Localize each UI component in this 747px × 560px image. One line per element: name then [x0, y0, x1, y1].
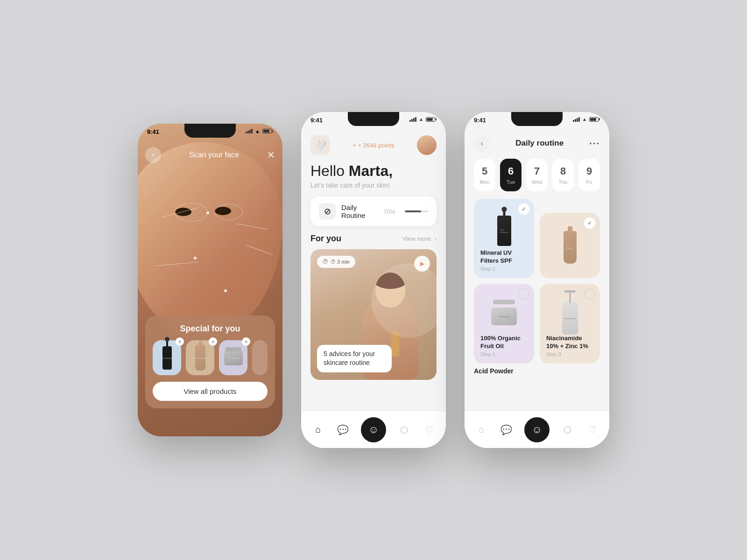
- hello-text: Hello Marta,: [310, 162, 437, 180]
- view-more-link[interactable]: View more ›: [401, 235, 437, 242]
- battery-icon: [262, 129, 273, 133]
- ph3-nav-camera[interactable]: ⬡: [561, 423, 574, 436]
- phone1-status-icons: ▲: [246, 128, 273, 134]
- signal-icon-3: [573, 117, 580, 122]
- cal-day-fri[interactable]: 9 Fri: [578, 159, 600, 191]
- clock-icon: ⏱: [323, 259, 328, 265]
- back-button[interactable]: ‹: [145, 147, 161, 163]
- for-you-header: For you View more ›: [301, 234, 446, 244]
- routine-icon: ⊘: [319, 203, 336, 220]
- unchecked-badge-3: [518, 288, 529, 300]
- product-img-1: The Ordinary: [162, 346, 172, 370]
- scan-dot-3: [224, 289, 227, 292]
- signal-icon: [246, 129, 253, 133]
- view-all-button[interactable]: View all products: [153, 382, 268, 401]
- phone1-content: Restoring... ‹ Scan your face ✕ Special …: [138, 124, 282, 436]
- cal-day-wed[interactable]: 7 Wed: [526, 159, 548, 191]
- prod-name-4: Niacinamide 10% + Zinc 1%: [546, 335, 593, 350]
- add-badge-1[interactable]: +: [176, 337, 184, 346]
- phone3-bottom-navigation: ⌂ 💬 ☺ ⬡ ♡: [465, 411, 609, 448]
- video-caption: 5 advices for your skincare routine: [317, 345, 392, 372]
- phones-container: 9:41 ▲: [138, 112, 609, 448]
- product-card-4[interactable]: The Ordinary Niacinamide 10% + Zinc 1% S…: [540, 284, 600, 364]
- special-for-you-card: Special for you The Ordinary +: [145, 315, 275, 408]
- add-badge-3[interactable]: +: [242, 337, 250, 346]
- scan-line-4: [246, 245, 273, 255]
- phone1-time: 9:41: [147, 128, 159, 135]
- product-card-1[interactable]: ✓ TheOrdinary Mineral UV Filters SPF Ste…: [474, 199, 534, 278]
- progress-fill: [405, 210, 421, 212]
- add-badge-2[interactable]: +: [209, 337, 217, 346]
- acid-powder-label: Acid Powder: [465, 364, 609, 378]
- products-grid: ✓ TheOrdinary Mineral UV Filters SPF Ste…: [465, 199, 609, 364]
- prod-step-3: Step 1: [480, 351, 528, 357]
- product-img-2: The Ordinary: [195, 345, 205, 371]
- prod-name-1: Mineral UV Filters SPF: [480, 249, 528, 265]
- scan-dot-1: [206, 211, 209, 214]
- phone1-status-bar: 9:41 ▲: [138, 124, 282, 144]
- phone3-time: 9:41: [474, 117, 486, 124]
- scan-title: Scan your face: [189, 151, 239, 159]
- scan-dot-2: [194, 257, 197, 259]
- product-card-3[interactable]: The Ordinary 100% Organic Fruit Oil Step…: [474, 284, 534, 364]
- phone2-status-icons: ▲: [409, 117, 437, 122]
- for-you-title: For you: [310, 234, 341, 244]
- battery-icon-2: [426, 117, 437, 122]
- cal-day-thu[interactable]: 8 Thu: [552, 159, 574, 191]
- cal-day-mon[interactable]: 5 Mon: [474, 159, 495, 191]
- greeting-subtext: Let's take care of your skin!: [310, 182, 437, 189]
- ph3-nav-chat[interactable]: 💬: [500, 423, 513, 436]
- phone2-time: 9:41: [310, 117, 323, 124]
- ph3-more-button[interactable]: ···: [589, 138, 600, 149]
- wifi-icon-3: ▲: [582, 117, 587, 122]
- progress-bar: [405, 210, 428, 212]
- routine-label: Daily Routine: [341, 203, 378, 219]
- wifi-icon-2: ▲: [419, 117, 423, 122]
- avatar-face: [417, 135, 437, 155]
- play-button[interactable]: ▶: [414, 256, 430, 272]
- prod-step-4: Step 3: [546, 351, 593, 357]
- phone2-status-bar: 9:41 ▲: [301, 112, 446, 133]
- phone2-content: 🤍 + + 2648 points Hello Marta, Let's tak…: [301, 112, 446, 448]
- product-item-1[interactable]: The Ordinary +: [153, 340, 181, 375]
- phone-daily-routine: 9:41 ▲ ‹ Daily routine ···: [465, 112, 609, 448]
- phone3-content: ‹ Daily routine ··· 5 Mon 6 Tue 7 Wed: [465, 112, 609, 448]
- phone1-topbar: ‹ Scan your face ✕: [145, 147, 275, 163]
- products-row: The Ordinary + The Ordinary +: [153, 340, 268, 375]
- rotate-text: Restoring...: [138, 268, 138, 292]
- ph3-nav-heart[interactable]: ♡: [586, 423, 599, 436]
- phone3-status-bar: 9:41 ▲: [465, 112, 609, 133]
- product-item-2[interactable]: The Ordinary +: [186, 340, 214, 375]
- video-duration: ⏱ ⏱ 3 min: [317, 256, 355, 268]
- cal-day-tue[interactable]: 6 Tue: [500, 159, 521, 191]
- ph3-nav-home[interactable]: ⌂: [475, 423, 488, 436]
- check-badge-1: ✓: [518, 203, 529, 215]
- prod-step-1: Step 2: [480, 266, 528, 272]
- nav-chat[interactable]: 💬: [336, 423, 349, 436]
- avatar[interactable]: [417, 135, 437, 155]
- video-card[interactable]: ⏱ ⏱ 3 min ▶ 5 advices for your skincare …: [310, 249, 437, 380]
- daily-routine-card[interactable]: ⊘ Daily Routine 70%: [310, 196, 437, 226]
- nav-heart[interactable]: ♡: [423, 423, 436, 436]
- product-item-3[interactable]: The Ordinary +: [219, 340, 247, 375]
- nav-scan-center[interactable]: ☺: [361, 417, 386, 442]
- ph3-title: Daily routine: [515, 139, 564, 148]
- phone-scan-face: 9:41 ▲: [138, 124, 282, 436]
- special-title: Special for you: [153, 324, 268, 334]
- bottom-navigation: ⌂ 💬 ☺ ⬡ ♡: [301, 411, 446, 448]
- unchecked-badge-4: [584, 288, 595, 300]
- wifi-icon: ▲: [255, 128, 260, 134]
- nav-camera[interactable]: ⬡: [398, 423, 411, 436]
- signal-icon-2: [409, 117, 416, 122]
- scan-line-2: [236, 224, 268, 230]
- prod-name-3: 100% Organic Fruit Oil: [480, 335, 528, 350]
- close-button[interactable]: ✕: [267, 149, 275, 161]
- nav-home[interactable]: ⌂: [311, 423, 324, 436]
- play-icon: ▶: [420, 260, 424, 267]
- ph3-back-button[interactable]: ‹: [474, 135, 490, 151]
- product-item-4: [252, 340, 268, 375]
- product-card-2[interactable]: ✓ TheOrdinary: [540, 213, 600, 278]
- scan-line-3: [156, 262, 198, 266]
- scan-circle-eye2: [215, 204, 243, 220]
- ph3-nav-scan-center[interactable]: ☺: [524, 417, 550, 442]
